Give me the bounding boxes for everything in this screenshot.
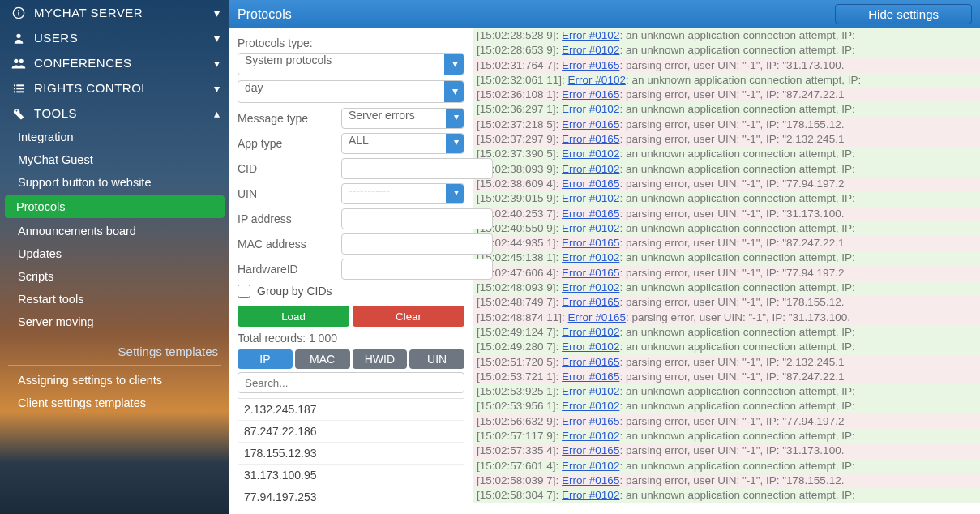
log-timestamp: [15:02:38:609 4]: (477, 178, 562, 190)
uin-select[interactable]: ----------- (341, 183, 464, 204)
nav-group-users[interactable]: USERS▾ (0, 25, 229, 50)
error-code-link[interactable]: Error #0102 (562, 489, 619, 501)
group-by-cids-checkbox[interactable] (238, 285, 250, 298)
log-row: [15:02:38:093 9]: Error #0102: an unknow… (473, 162, 980, 177)
main: Protocols Hide settings Protocols type: … (229, 0, 980, 514)
tab-hwid[interactable]: HWID (353, 349, 408, 369)
error-code-link[interactable]: Error #0102 (562, 281, 619, 293)
protocols-type-select[interactable]: System protocols (238, 53, 464, 75)
ip-list-item[interactable]: 87.247.22.186 (238, 421, 464, 443)
search-input[interactable] (238, 372, 464, 393)
app-type-select[interactable]: ALL (341, 133, 464, 154)
svg-rect-11 (16, 91, 24, 92)
log-row: [15:02:36:297 1]: Error #0102: an unknow… (473, 102, 980, 117)
error-code-link[interactable]: Error #0165 (562, 296, 619, 308)
log-row: [15:02:57:117 9]: Error #0102: an unknow… (473, 429, 980, 443)
error-code-link[interactable]: Error #0102 (562, 251, 619, 263)
log-timestamp: [15:02:32:061 11]: (477, 74, 568, 86)
nav-item-restart-tools[interactable]: Restart tools (0, 288, 229, 311)
error-code-link[interactable]: Error #0165 (562, 267, 619, 279)
mac-input[interactable] (341, 233, 493, 255)
svg-rect-8 (14, 88, 15, 89)
error-code-link[interactable]: Error #0102 (562, 192, 619, 204)
ip-list-item[interactable]: 77.94.197.253 (238, 486, 464, 508)
log-row: [15:02:37:218 5]: Error #0165: parsing e… (473, 118, 980, 132)
error-code-link[interactable]: Error #0102 (562, 460, 619, 472)
error-code-link[interactable]: Error #0102 (562, 400, 619, 412)
error-code-link[interactable]: Error #0165 (562, 474, 619, 486)
log-pane[interactable]: [15:02:28:528 9]: Error #0102: an unknow… (473, 28, 980, 514)
error-code-link[interactable]: Error #0165 (562, 178, 619, 190)
nav-item-updates[interactable]: Updates (0, 242, 229, 265)
error-code-link[interactable]: Error #0165 (562, 415, 619, 427)
error-code-link[interactable]: Error #0165 (562, 237, 619, 249)
log-timestamp: [15:02:28:653 9]: (477, 44, 562, 56)
tab-mac[interactable]: MAC (295, 349, 350, 369)
error-code-link[interactable]: Error #0165 (562, 371, 619, 383)
clear-button[interactable]: Clear (353, 306, 464, 327)
ip-label: IP address (238, 212, 341, 225)
nav-group-conferences[interactable]: CONFERENCES▾ (0, 50, 229, 75)
error-code-link[interactable]: Error #0165 (562, 208, 619, 220)
user-icon (10, 32, 28, 45)
nav-item-announcements-board[interactable]: Announcements board (0, 220, 229, 242)
error-code-link[interactable]: Error #0102 (562, 430, 619, 442)
message-type-select[interactable]: Server errors (341, 108, 464, 129)
svg-rect-10 (14, 91, 15, 92)
svg-rect-7 (16, 84, 24, 86)
ip-input[interactable] (341, 208, 493, 229)
error-code-link[interactable]: Error #0165 (562, 88, 619, 101)
error-code-link[interactable]: Error #0102 (562, 148, 619, 160)
period-select[interactable]: day (238, 80, 464, 103)
error-code-link[interactable]: Error #0165 (562, 59, 619, 71)
hw-input[interactable] (341, 259, 493, 280)
nav-group-mychat-server[interactable]: MYCHAT SERVER▾ (0, 0, 229, 25)
log-timestamp: [15:02:57:117 9]: (477, 430, 562, 442)
error-code-link[interactable]: Error #0165 (562, 356, 619, 368)
nav-group-rights-control[interactable]: RIGHTS CONTROL▾ (0, 75, 229, 101)
nav-item-scripts[interactable]: Scripts (0, 265, 229, 288)
svg-rect-1 (18, 11, 19, 15)
nav-group-tools[interactable]: TOOLS ▴ (0, 101, 229, 126)
nav-item-mychat-guest[interactable]: MyChat Guest (0, 148, 229, 171)
hide-settings-button[interactable]: Hide settings (835, 4, 972, 24)
error-code-link[interactable]: Error #0102 (562, 385, 619, 397)
error-code-link[interactable]: Error #0165 (562, 118, 619, 131)
ip-list-item[interactable]: 31.173.100.95 (238, 465, 464, 486)
error-code-link[interactable]: Error #0165 (568, 311, 626, 323)
sidebar: MYCHAT SERVER▾USERS▾CONFERENCES▾RIGHTS C… (0, 0, 229, 514)
tab-uin[interactable]: UIN (409, 349, 464, 369)
nav-group-label: MYCHAT SERVER (34, 6, 214, 19)
error-code-link[interactable]: Error #0102 (562, 103, 619, 115)
log-timestamp: [15:02:53:956 1]: (477, 400, 562, 412)
cid-input[interactable] (341, 158, 493, 179)
ip-list-item[interactable]: 178.155.12.93 (238, 443, 464, 465)
log-row: [15:02:38:609 4]: Error #0165: parsing e… (473, 177, 980, 191)
error-code-link[interactable]: Error #0102 (562, 163, 619, 175)
nav-item-integration[interactable]: Integration (0, 126, 229, 148)
log-timestamp: [15:02:48:093 9]: (477, 281, 562, 293)
error-code-link[interactable]: Error #0102 (562, 29, 619, 41)
nav-item-assigning-settings-to-clients[interactable]: Assigning settings to clients (0, 369, 229, 392)
error-code-link[interactable]: Error #0102 (562, 222, 619, 234)
ip-list-item[interactable]: 2.132.245.187 (238, 399, 464, 421)
nav-group-label: TOOLS (34, 106, 214, 120)
error-code-link[interactable]: Error #0165 (562, 444, 619, 456)
log-timestamp: [15:02:58:039 7]: (477, 474, 562, 486)
error-code-link[interactable]: Error #0102 (568, 74, 626, 86)
ip-list-item[interactable]: 91.239.68.78 (238, 508, 464, 514)
log-timestamp: [15:02:31:764 7]: (477, 59, 562, 71)
log-timestamp: [15:02:49:280 7]: (477, 341, 562, 353)
nav-item-support-button-to-website[interactable]: Support button to website (0, 171, 229, 194)
nav-item-client-settings-templates[interactable]: Client settings templates (0, 392, 229, 414)
error-code-link[interactable]: Error #0165 (562, 133, 619, 145)
nav-item-protocols[interactable]: Protocols (5, 195, 225, 218)
error-code-link[interactable]: Error #0102 (562, 341, 619, 353)
hw-label: HardwareID (238, 263, 341, 276)
log-row: [15:02:58:039 7]: Error #0165: parsing e… (473, 473, 980, 488)
nav-item-server-moving[interactable]: Server moving (0, 311, 229, 333)
error-code-link[interactable]: Error #0102 (562, 326, 619, 338)
tab-ip[interactable]: IP (238, 349, 293, 369)
load-button[interactable]: Load (238, 306, 349, 327)
error-code-link[interactable]: Error #0102 (562, 44, 619, 56)
